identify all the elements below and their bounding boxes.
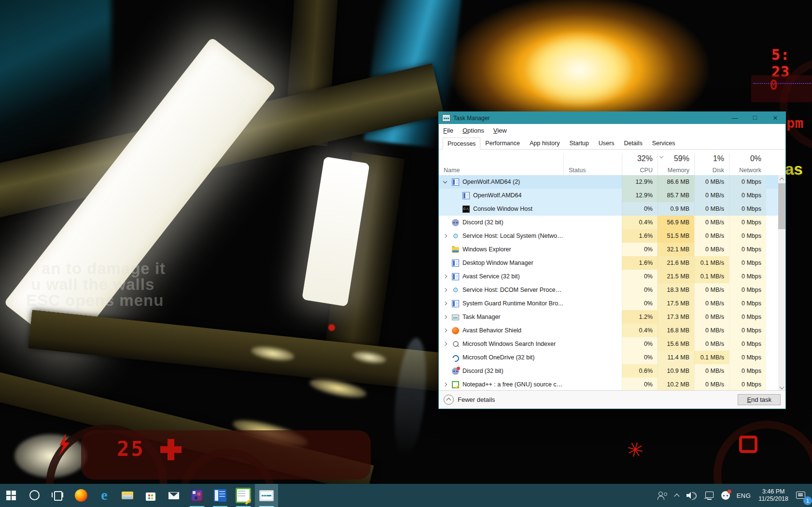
column-header-status[interactable]: Status	[563, 153, 622, 175]
table-row[interactable]: Desktop Window Manager 1.6% 21.6 MB 0.1 …	[439, 256, 778, 270]
game-ammo-count: 25	[117, 437, 145, 461]
process-memory: 11.4 MB	[658, 351, 694, 364]
maximize-button[interactable]: ☐	[745, 112, 765, 124]
process-disk: 0.1 MB/s	[694, 256, 729, 270]
column-header-memory[interactable]: 59% Memory	[658, 153, 694, 175]
volume-icon[interactable]	[683, 484, 700, 507]
scroll-up-icon[interactable]	[778, 175, 785, 183]
process-status	[563, 202, 622, 216]
menu-options[interactable]: Options	[462, 127, 484, 134]
window-footer: Fewer details End task	[439, 390, 785, 409]
expand-chevron-icon[interactable]	[442, 287, 448, 293]
process-name: OpenWolf.AMD64 (2)	[462, 178, 520, 185]
column-header-cpu[interactable]: 32% CPU	[622, 153, 658, 175]
taskbar-start-button[interactable]	[0, 484, 23, 507]
taskbar-task-manager-button[interactable]	[255, 484, 278, 507]
show-hidden-icons-chevron[interactable]	[672, 484, 683, 507]
edge-icon	[98, 489, 111, 502]
memory-total: 59%	[663, 154, 689, 163]
scrollbar[interactable]	[778, 175, 785, 391]
expand-chevron-icon[interactable]	[442, 368, 448, 374]
tab-processes[interactable]: Processes	[443, 137, 480, 150]
expand-chevron-icon[interactable]	[442, 219, 448, 226]
table-row[interactable]: Service Host: Local System (Networ... 1.…	[439, 229, 778, 243]
expand-chevron-icon[interactable]	[442, 341, 448, 347]
table-row[interactable]: Console Window Host 0% 0.9 MB 0 MB/s 0 M…	[439, 202, 778, 216]
process-cpu: 0.4%	[622, 216, 658, 229]
expand-chevron-icon[interactable]	[442, 301, 448, 307]
table-row[interactable]: Notepad++ : a free (GNU) source co... 0%…	[439, 378, 778, 391]
tab-app-history[interactable]: App history	[525, 137, 565, 149]
tab-services[interactable]: Services	[647, 137, 680, 149]
scrollbar-thumb[interactable]	[778, 183, 785, 229]
tab-users[interactable]: Users	[594, 137, 619, 149]
taskbar-edge-button[interactable]	[93, 484, 116, 507]
expand-chevron-icon[interactable]	[453, 192, 459, 199]
column-header-network[interactable]: 0% Network	[729, 153, 766, 175]
process-status	[563, 297, 622, 310]
app-window-icon	[452, 178, 459, 186]
table-row[interactable]: Discord (32 bit) 0.6% 10.9 MB 0 MB/s 0 M…	[439, 364, 778, 378]
menu-file[interactable]: File	[443, 127, 453, 134]
expand-chevron-icon[interactable]	[442, 274, 448, 280]
taskbar-firefox-button[interactable]	[70, 484, 93, 507]
expand-chevron-icon[interactable]	[442, 382, 448, 388]
table-row[interactable]: Task Manager 1.2% 17.3 MB 0 MB/s 0 Mbps	[439, 310, 778, 324]
notepad-plus-plus-icon	[236, 488, 251, 503]
table-row[interactable]: OpenWolf.AMD64 (2) 12.9% 86.6 MB 0 MB/s …	[439, 175, 778, 189]
process-disk: 0 MB/s	[694, 310, 729, 324]
tab-startup[interactable]: Startup	[564, 137, 593, 149]
process-name: Service Host: DCOM Server Process ...	[462, 287, 563, 293]
process-network: 0 Mbps	[729, 364, 766, 378]
process-status	[563, 270, 622, 283]
expand-chevron-icon[interactable]	[442, 247, 448, 253]
expand-chevron-icon[interactable]	[442, 260, 448, 266]
expand-chevron-icon[interactable]	[442, 355, 448, 361]
taskbar-cortana-search-button[interactable]	[23, 484, 46, 507]
network-icon[interactable]	[700, 484, 718, 507]
cortana-search-icon	[28, 489, 41, 502]
table-row[interactable]: Microsoft OneDrive (32 bit) 0% 11.4 MB 0…	[439, 351, 778, 364]
table-row[interactable]: Discord (32 bit) 0.4% 56.9 MB 0 MB/s 0 M…	[439, 216, 778, 229]
menu-view[interactable]: View	[493, 127, 507, 134]
process-cpu: 0%	[622, 283, 658, 297]
table-row[interactable]: Avast Service (32 bit) 0% 21.5 MB 0.1 MB…	[439, 270, 778, 283]
taskbar-file-explorer-button[interactable]	[116, 484, 139, 507]
table-row[interactable]: Avast Behavior Shield 0.4% 16.8 MB 0 MB/…	[439, 324, 778, 337]
process-status	[563, 189, 622, 202]
taskbar-task-view-button[interactable]	[46, 484, 70, 507]
process-network: 0 Mbps	[729, 310, 766, 324]
table-row[interactable]: System Guard Runtime Monitor Bro... 0% 1…	[439, 297, 778, 310]
expand-chevron-icon[interactable]	[442, 328, 448, 334]
app-window-icon	[452, 260, 459, 267]
taskbar-notepad-plus-plus-button[interactable]	[232, 484, 255, 507]
minimize-button[interactable]: —	[725, 112, 745, 124]
expand-chevron-icon[interactable]	[442, 233, 448, 239]
table-row[interactable]: OpenWolf.AMD64 12.9% 85.7 MB 0 MB/s 0 Mb…	[439, 189, 778, 202]
clock[interactable]: 3:46 PM 11/25/2018	[754, 484, 793, 507]
table-row[interactable]: Service Host: DCOM Server Process ... 0%…	[439, 283, 778, 297]
taskbar-blue-app-button[interactable]	[209, 484, 232, 507]
folder-icon	[452, 247, 459, 253]
end-task-button[interactable]: End task	[738, 394, 781, 405]
table-row[interactable]: Microsoft Windows Search Indexer 0% 15.6…	[439, 337, 778, 351]
expand-chevron-icon[interactable]	[442, 314, 448, 320]
fewer-details-button[interactable]: Fewer details	[444, 395, 495, 405]
process-memory: 16.8 MB	[658, 324, 694, 337]
discord-tray-icon[interactable]	[718, 484, 733, 507]
table-row[interactable]: Windows Explorer 0% 32.1 MB 0 MB/s 0 Mbp…	[439, 243, 778, 256]
expand-chevron-icon[interactable]	[442, 179, 448, 185]
people-icon[interactable]	[654, 484, 672, 507]
title-bar[interactable]: Task Manager — ☐ ✕	[439, 112, 785, 124]
column-header-name[interactable]: Name	[439, 153, 563, 175]
column-header-disk[interactable]: 1% Disk	[694, 153, 729, 175]
action-center-icon[interactable]: 1	[793, 484, 812, 507]
close-button[interactable]: ✕	[765, 112, 785, 124]
taskbar-game-openwolf-button[interactable]	[185, 484, 209, 507]
tab-performance[interactable]: Performance	[480, 137, 525, 149]
taskbar-microsoft-store-button[interactable]	[139, 484, 162, 507]
taskbar-mail-button[interactable]	[162, 484, 185, 507]
tab-details[interactable]: Details	[619, 137, 647, 149]
language-indicator[interactable]: ENG	[733, 484, 755, 507]
expand-chevron-icon[interactable]	[453, 206, 459, 212]
